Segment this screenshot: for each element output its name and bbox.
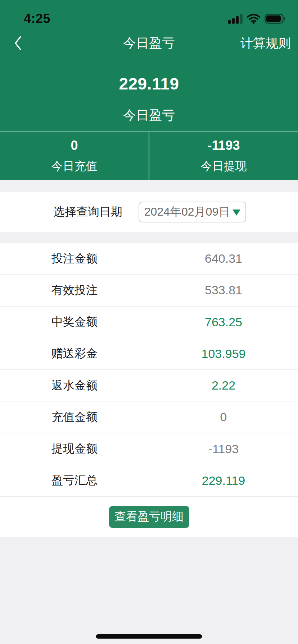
signal-icon (228, 14, 243, 24)
summary-row-value: 763.25 (149, 315, 298, 329)
today-deposit-label: 今日充值 (0, 159, 149, 173)
summary-row-label: 盈亏汇总 (0, 473, 149, 488)
summary-row-label: 提现金额 (0, 441, 149, 457)
today-withdraw-value: -1193 (149, 138, 298, 153)
spacer (0, 232, 298, 243)
summary-row-value: 2.22 (149, 378, 298, 392)
summary-row: 有效投注 533.81 (0, 275, 298, 306)
today-stats: 0 今日充值 -1193 今日提现 (0, 132, 298, 180)
summary-row-label: 中奖金额 (0, 314, 149, 330)
summary-row: 充值金额 0 (0, 401, 298, 433)
summary-row-value: 103.959 (149, 347, 298, 361)
home-indicator[interactable] (96, 634, 202, 639)
nav-bar: 今日盈亏 计算规则 (0, 32, 298, 54)
today-deposit-cell: 0 今日充值 (0, 132, 149, 180)
summary-row-value: 0 (149, 410, 298, 424)
profit-loss-screen: 4:25 (0, 0, 298, 644)
spacer (0, 180, 298, 192)
today-profit-label: 今日盈亏 (0, 108, 298, 123)
triangle-down-icon (232, 210, 240, 216)
summary-row: 赠送彩金 103.959 (0, 338, 298, 370)
summary-row: 盈亏汇总 229.119 (0, 465, 298, 497)
page-title: 今日盈亏 (123, 34, 175, 52)
summary-row-label: 返水金额 (0, 378, 149, 394)
today-withdraw-cell: -1193 今日提现 (149, 132, 298, 180)
today-profit-amount: 229.119 (0, 74, 298, 93)
date-dropdown-value: 2024年02月09日 (144, 204, 230, 220)
summary-row-label: 充值金额 (0, 409, 149, 425)
status-bar: 4:25 (0, 0, 298, 32)
summary-row: 返水金额 2.22 (0, 370, 298, 401)
summary-row-label: 赠送彩金 (0, 346, 149, 362)
today-withdraw-label: 今日提现 (149, 159, 298, 173)
footer (0, 537, 298, 644)
view-profit-detail-button[interactable]: 查看盈亏明细 (109, 506, 189, 528)
hero-section: 4:25 (0, 0, 298, 180)
summary-row-value: -1193 (149, 442, 298, 456)
summary-row-label: 投注金额 (0, 251, 149, 267)
today-deposit-value: 0 (0, 138, 149, 153)
summary-table: 投注金额 640.31 有效投注 533.81 中奖金额 763.25 赠送彩金… (0, 243, 298, 497)
button-section: 查看盈亏明细 (0, 497, 298, 537)
status-time: 4:25 (24, 11, 50, 26)
calculation-rules-link[interactable]: 计算规则 (240, 35, 291, 52)
status-icons (228, 14, 286, 24)
date-dropdown[interactable]: 2024年02月09日 (139, 202, 246, 222)
battery-icon (265, 14, 286, 24)
date-query-row: 选择查询日期 2024年02月09日 (0, 192, 298, 232)
date-query-label: 选择查询日期 (53, 204, 122, 220)
summary-row: 提现金额 -1193 (0, 433, 298, 465)
summary-row: 投注金额 640.31 (0, 243, 298, 275)
summary-row-value: 640.31 (149, 252, 298, 266)
summary-row-value: 229.119 (149, 474, 298, 488)
summary-row: 中奖金额 763.25 (0, 307, 298, 338)
chevron-left-icon (13, 35, 23, 51)
wifi-icon (247, 14, 260, 24)
summary-row-label: 有效投注 (0, 282, 149, 298)
back-button[interactable] (13, 34, 27, 52)
summary-row-value: 533.81 (149, 283, 298, 297)
